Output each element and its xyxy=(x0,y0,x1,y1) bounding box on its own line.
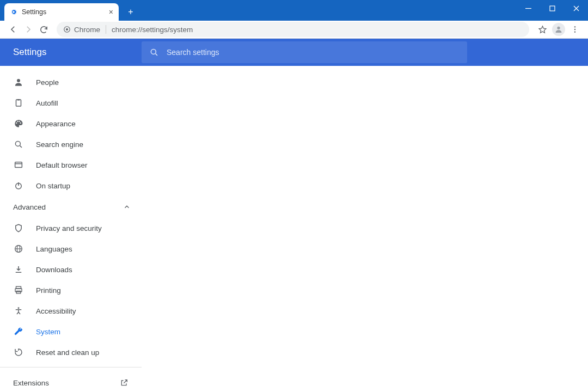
sidebar-item-people[interactable]: People xyxy=(0,72,142,93)
new-tab-button[interactable]: + xyxy=(123,4,138,20)
reload-button[interactable] xyxy=(36,22,51,37)
sidebar-label: Downloads xyxy=(36,266,72,274)
window-titlebar: Settings × + xyxy=(0,0,588,21)
sidebar-item-system[interactable]: System xyxy=(0,321,142,342)
window-controls xyxy=(516,0,588,16)
svg-rect-14 xyxy=(17,99,20,101)
sidebar-label: Default browser xyxy=(36,161,88,169)
search-icon xyxy=(149,47,159,57)
sidebar-item-printing[interactable]: Printing xyxy=(0,280,142,301)
minimize-button[interactable] xyxy=(516,0,540,16)
search-icon xyxy=(13,139,24,150)
svg-point-6 xyxy=(557,27,560,29)
extensions-label: Extensions xyxy=(13,379,49,387)
svg-rect-17 xyxy=(15,162,22,168)
svg-line-11 xyxy=(156,54,157,56)
settings-title: Settings xyxy=(0,47,142,58)
svg-point-27 xyxy=(18,307,20,309)
settings-header: Settings xyxy=(0,39,588,66)
browser-icon xyxy=(13,160,24,170)
advanced-label: Advanced xyxy=(13,203,46,211)
sidebar-item-downloads[interactable]: Downloads xyxy=(0,259,142,280)
svg-rect-26 xyxy=(16,291,21,294)
sidebar-item-appearance[interactable]: Appearance xyxy=(0,113,142,134)
printer-icon xyxy=(13,285,24,296)
svg-rect-13 xyxy=(16,100,21,106)
tab-title: Settings xyxy=(22,8,46,16)
settings-sidebar: People Autofill Appearance Search engine… xyxy=(0,66,142,392)
restore-icon xyxy=(13,347,24,358)
address-bar[interactable]: Chrome chrome://settings/system xyxy=(57,22,529,37)
palette-icon xyxy=(13,118,24,129)
sidebar-advanced-toggle[interactable]: Advanced xyxy=(0,196,142,218)
sidebar-item-autofill[interactable]: Autofill xyxy=(0,93,142,113)
url-text: chrome://settings/system xyxy=(112,26,193,34)
settings-search[interactable] xyxy=(142,41,467,63)
sidebar-label: Search engine xyxy=(36,140,83,149)
site-chip: Chrome xyxy=(63,26,100,34)
sidebar-label: People xyxy=(36,78,59,87)
globe-icon xyxy=(13,243,24,254)
clipboard-icon xyxy=(13,97,24,108)
settings-search-input[interactable] xyxy=(167,48,460,57)
sidebar-item-extensions[interactable]: Extensions xyxy=(0,372,142,392)
accessibility-icon xyxy=(13,305,24,316)
svg-point-8 xyxy=(574,29,575,30)
chip-separator xyxy=(106,25,106,34)
chevron-up-icon xyxy=(123,203,131,211)
sidebar-label: Reset and clean up xyxy=(36,348,99,357)
sidebar-item-languages[interactable]: Languages xyxy=(0,238,142,259)
wrench-icon xyxy=(13,326,24,337)
sidebar-item-search-engine[interactable]: Search engine xyxy=(0,134,142,155)
site-chip-label: Chrome xyxy=(74,26,100,34)
tab-close-button[interactable]: × xyxy=(109,8,113,16)
settings-content[interactable]: System Continue running background apps … xyxy=(142,66,588,392)
forward-button[interactable] xyxy=(21,22,36,37)
sidebar-item-default-browser[interactable]: Default browser xyxy=(0,155,142,175)
sidebar-label: On startup xyxy=(36,182,70,190)
back-button[interactable] xyxy=(5,22,21,37)
profile-avatar[interactable] xyxy=(552,23,565,36)
sidebar-item-reset[interactable]: Reset and clean up xyxy=(0,342,142,363)
svg-point-15 xyxy=(15,141,20,146)
sidebar-label: Accessibility xyxy=(36,307,76,315)
maximize-button[interactable] xyxy=(540,0,564,16)
sidebar-item-on-startup[interactable]: On startup xyxy=(0,175,142,196)
sidebar-item-privacy[interactable]: Privacy and security xyxy=(0,218,142,238)
sidebar-label: Privacy and security xyxy=(36,224,102,232)
sidebar-label: Languages xyxy=(36,245,72,253)
overflow-menu-icon[interactable] xyxy=(567,22,583,37)
sidebar-label: System xyxy=(36,328,60,336)
open-external-icon xyxy=(120,378,128,387)
shield-icon xyxy=(13,223,24,234)
sidebar-label: Autofill xyxy=(36,99,58,107)
person-icon xyxy=(13,77,24,88)
sidebar-label: Appearance xyxy=(36,120,76,128)
browser-toolbar: Chrome chrome://settings/system xyxy=(0,21,588,39)
svg-line-16 xyxy=(20,146,22,148)
svg-point-10 xyxy=(151,49,156,54)
svg-point-5 xyxy=(66,28,68,30)
download-icon xyxy=(13,264,24,275)
sidebar-label: Printing xyxy=(36,286,61,295)
close-window-button[interactable] xyxy=(564,0,588,16)
gear-icon xyxy=(10,8,17,16)
browser-tab[interactable]: Settings × xyxy=(4,3,119,21)
power-icon xyxy=(13,180,24,191)
svg-rect-1 xyxy=(550,6,555,11)
svg-point-7 xyxy=(574,26,575,27)
bookmark-star-icon[interactable] xyxy=(535,22,550,37)
svg-point-9 xyxy=(574,31,575,32)
sidebar-item-accessibility[interactable]: Accessibility xyxy=(0,301,142,321)
svg-point-12 xyxy=(17,79,20,82)
